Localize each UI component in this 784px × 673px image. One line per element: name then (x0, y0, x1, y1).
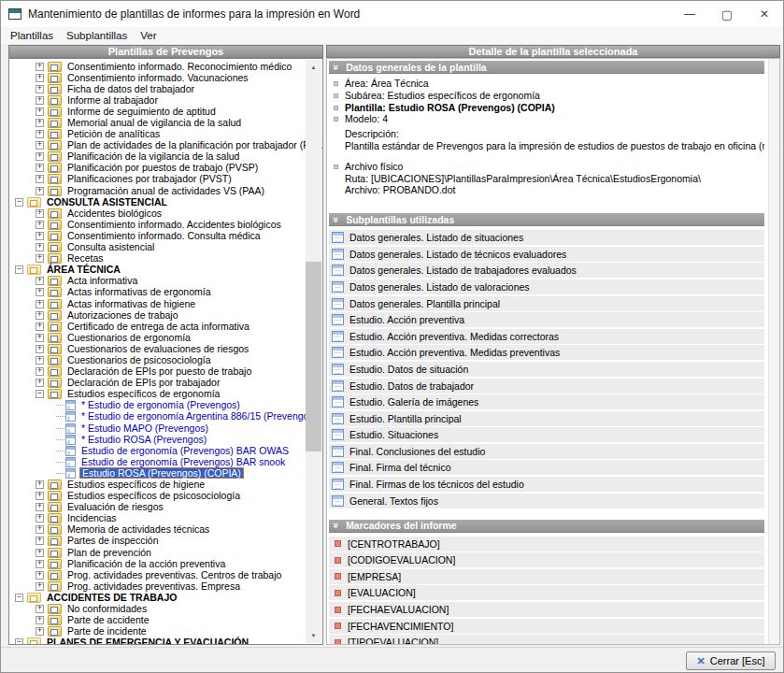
tree-row[interactable]: +Memoria de actividades técnicas (11, 524, 322, 536)
tree-row[interactable]: +Evaluación de riesgos (11, 502, 322, 513)
tree-row[interactable]: * Estudio MAPO (Prevengos) (11, 422, 322, 434)
menu-plantillas[interactable]: Plantillas (4, 28, 60, 43)
tree-collapse-icon[interactable]: − (15, 265, 23, 274)
tree-row[interactable]: +Parte de accidente (11, 615, 322, 626)
detail-scrollbar[interactable] (768, 59, 779, 644)
tree-row[interactable]: +Planificación de la vigilancia de la sa… (11, 151, 322, 163)
menu-subplantillas[interactable]: Subplantillas (60, 28, 134, 43)
tree-expand-icon[interactable]: + (36, 119, 44, 127)
tree-row[interactable]: −CONSULTA ASISTENCIAL (11, 196, 322, 208)
tree-expand-icon[interactable]: + (36, 243, 44, 251)
tree-row[interactable]: Estudio de ergonomía (Prevengos) BAR sno… (11, 456, 322, 467)
tree-expand-icon[interactable]: + (36, 221, 44, 229)
close-button[interactable]: ✕ (746, 1, 783, 27)
tree-row[interactable]: +Estudios específicos de higiene (11, 479, 322, 490)
tree-expand-icon[interactable]: + (36, 152, 44, 161)
tree-row[interactable]: +Consentimiento informado. Reconocimient… (11, 61, 322, 72)
tree-expand-icon[interactable]: + (36, 74, 44, 82)
tree-row[interactable]: +No conformidades (11, 604, 322, 615)
subtemplate-row[interactable]: Datos generales. Listado de técnicos eva… (329, 247, 764, 262)
tree-expand-icon[interactable]: + (36, 571, 44, 580)
tree-collapse-icon[interactable]: − (15, 198, 23, 207)
tree-collapse-icon[interactable]: − (36, 390, 44, 398)
subtemplate-row[interactable]: Estudio. Datos de trabajador (329, 379, 764, 394)
tree-row[interactable]: +Planificación de la acción preventiva (11, 558, 322, 569)
tree-expand-icon[interactable]: + (36, 322, 44, 331)
subtemplate-row[interactable]: Datos generales. Plantilla principal (329, 296, 764, 311)
tree-expand-icon[interactable]: + (36, 605, 44, 613)
tree-row[interactable]: +Ficha de datos del trabajador (11, 83, 322, 94)
tree-row[interactable]: −Estudios específicos de ergonomía (11, 389, 322, 400)
scroll-down-icon[interactable]: ▼ (306, 628, 321, 643)
tree-expand-icon[interactable]: + (36, 209, 44, 218)
tree-row[interactable]: +Plan de actividades de la planificación… (11, 140, 322, 151)
tree-expand-icon[interactable]: + (36, 537, 44, 545)
tree-row[interactable]: +Partes de inspección (11, 536, 322, 547)
tree-row[interactable]: * Estudio de ergonomía Argentina 886/15 … (11, 411, 322, 422)
subtemplate-row[interactable]: Estudio. Situaciones (329, 427, 764, 442)
tree-expand-icon[interactable]: + (36, 480, 44, 489)
subtemplate-row[interactable]: Final. Conclusiones del estudio (329, 444, 764, 459)
tree-expand-icon[interactable]: + (36, 175, 44, 183)
tree-row[interactable]: +Actas informativas de higiene (11, 298, 322, 309)
tree-expand-icon[interactable]: + (36, 254, 44, 263)
tree-row[interactable]: +Actas informativas de ergonomía (11, 287, 322, 298)
tree-expand-icon[interactable]: + (36, 616, 44, 624)
tree-expand-icon[interactable]: + (36, 492, 44, 500)
tree-expand-icon[interactable]: + (36, 277, 44, 285)
tree-row[interactable]: +Plan de prevención (11, 547, 322, 558)
tree-row[interactable]: +Incidencias (11, 513, 322, 524)
tree-expand-icon[interactable]: + (36, 311, 44, 320)
marker-row[interactable]: [FECHAVENCIMIENTO] (329, 619, 764, 634)
tree-scrollbar[interactable]: ▲ ▼ (306, 60, 321, 643)
marker-row[interactable]: [EMPRESA] (329, 569, 764, 584)
tree-row[interactable]: +Parte de incidente (11, 626, 322, 637)
marker-row[interactable]: [FECHAEVALUACION] (329, 602, 764, 617)
tree-row[interactable]: Estudio de ergonomía (Prevengos) BAR OWA… (11, 445, 322, 456)
marker-row[interactable]: [CODIGOEVALUACION] (329, 552, 764, 567)
tree-row[interactable]: +Recetas (11, 253, 322, 265)
tree-expand-icon[interactable]: + (36, 164, 44, 172)
tree-row[interactable]: +Declaración de EPIs por puesto de traba… (11, 366, 322, 378)
close-dialog-button[interactable]: ✕ Cerrar [Esc] (686, 652, 776, 670)
tree-row[interactable]: +Consulta asistencial (11, 242, 322, 253)
tree-row[interactable]: −ÁREA TÉCNICA (11, 265, 322, 276)
tree-collapse-icon[interactable]: − (15, 594, 23, 602)
tree-collapse-icon[interactable]: − (15, 638, 23, 645)
minimize-button[interactable]: — (671, 1, 708, 27)
subtemplate-row[interactable]: Datos generales. Listado de trabajadores… (329, 263, 764, 278)
tree-expand-icon[interactable]: + (36, 525, 44, 534)
tree-row[interactable]: +Cuestionarios de psicosociología (11, 354, 322, 365)
tree-row[interactable]: +Estudios específicos de psicosociología (11, 491, 322, 502)
tree-row[interactable]: Estudio ROSA (Prevengos) (COPIA) (11, 467, 322, 479)
tree-row[interactable]: +Cuestionarios de ergonomía (11, 332, 322, 343)
tree-expand-icon[interactable]: + (36, 232, 44, 240)
tree-row[interactable]: +Memorial anual de vigilancia de la salu… (11, 117, 322, 128)
tree-expand-icon[interactable]: + (36, 130, 44, 138)
subtemplate-row[interactable]: Estudio. Galería de imágenes (329, 394, 764, 409)
marker-row[interactable]: [TIPOEVALUACION] (329, 635, 764, 645)
tree-row[interactable]: * Estudio ROSA (Prevengos) (11, 434, 322, 445)
subtemplate-row[interactable]: General. Textos fijos (329, 494, 764, 508)
tree-expand-icon[interactable]: + (36, 582, 44, 591)
tree-row[interactable]: +Planificaciones por trabajador (PVST) (11, 174, 322, 185)
subtemplate-row[interactable]: Datos generales. Listado de situaciones (329, 230, 764, 245)
scroll-up-icon[interactable]: ▲ (306, 60, 321, 75)
tree-row[interactable]: +Declaración de EPIs por trabajador (11, 378, 322, 389)
tree-expand-icon[interactable]: + (36, 514, 44, 523)
scrollbar-thumb[interactable] (306, 262, 321, 451)
tree-expand-icon[interactable]: + (36, 549, 44, 557)
tree-expand-icon[interactable]: + (36, 627, 44, 636)
tree-row[interactable]: +Acta informativa (11, 276, 322, 287)
tree-row[interactable]: +Consentimiento informado. Vacunaciones (11, 72, 322, 83)
tree-row[interactable]: +Cuestionarios de evaluaciones de riesgo… (11, 343, 322, 354)
tree-expand-icon[interactable]: + (36, 96, 44, 105)
tree-expand-icon[interactable]: + (36, 367, 44, 376)
subtemplate-row[interactable]: Estudio. Acción preventiva. Medidas prev… (329, 345, 764, 360)
tree-expand-icon[interactable]: + (36, 345, 44, 353)
menu-ver[interactable]: Ver (134, 28, 163, 43)
tree-row[interactable]: −PLANES DE EMERGENCIA Y EVACUACIÓN (11, 637, 322, 645)
tree-expand-icon[interactable]: + (36, 503, 44, 511)
tree-row[interactable]: +Programación anual de actividades VS (P… (11, 185, 322, 196)
tree-expand-icon[interactable]: + (36, 63, 44, 71)
